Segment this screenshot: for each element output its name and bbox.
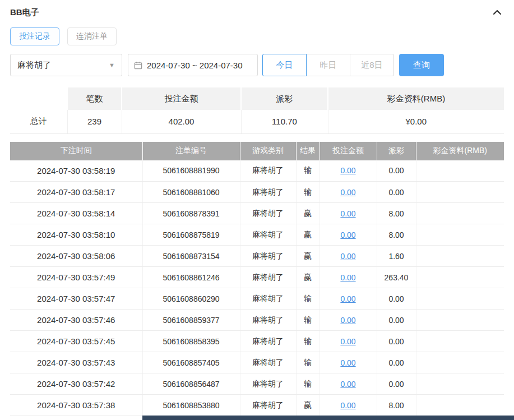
- bet-amount-link[interactable]: 0.00: [340, 380, 355, 389]
- table-row: 2024-07-30 03:57:435061608857405麻将胡了输0.0…: [10, 352, 504, 373]
- bet-amount-link[interactable]: 0.00: [340, 209, 355, 218]
- bonus-cell: [416, 267, 504, 288]
- records-column-header: 派彩: [377, 142, 416, 160]
- bet-time-cell: 2024-07-30 03:57:46: [10, 310, 142, 331]
- records-column-header: 游戏类别: [240, 142, 296, 160]
- game-type-cell: 麻将胡了: [240, 373, 296, 395]
- bet-amount-cell: 0.00: [319, 352, 377, 373]
- order-id-cell: 5061608878391: [142, 203, 240, 224]
- bet-amount-link[interactable]: 0.00: [340, 316, 355, 325]
- payout-cell: 263.40: [377, 267, 416, 288]
- bonus-cell: [416, 203, 504, 224]
- bet-amount-link[interactable]: 0.00: [340, 273, 355, 282]
- summary-header-payout: 派彩: [241, 87, 328, 110]
- table-row: 2024-07-30 03:57:475061608860290麻将胡了输0.0…: [10, 288, 504, 310]
- records-column-header: 注单编号: [142, 142, 240, 160]
- table-row: 2024-07-30 03:57:385061608853880麻将胡了赢0.0…: [10, 395, 504, 416]
- table-row: 2024-07-30 03:58:105061608875819麻将胡了赢0.0…: [10, 224, 504, 246]
- bet-amount-link[interactable]: 0.00: [340, 401, 355, 410]
- game-type-cell: 麻将胡了: [240, 224, 296, 246]
- table-row: 2024-07-30 03:57:495061608861246麻将胡了赢0.0…: [10, 267, 504, 288]
- records-table: 下注时间注单编号游戏类别结果投注金额派彩彩金资料(RMB) 2024-07-30…: [10, 142, 504, 417]
- records-column-header: 结果: [296, 142, 319, 160]
- tab-cancelled-orders[interactable]: 连消注单: [67, 27, 117, 45]
- order-id-cell: 5061608873154: [142, 246, 240, 267]
- result-cell: 输: [296, 182, 319, 203]
- order-id-cell: 5061608881990: [142, 160, 240, 182]
- result-cell: 输: [296, 352, 319, 373]
- payout-cell: 0.00: [377, 310, 416, 331]
- game-type-cell: 麻将胡了: [240, 395, 296, 416]
- bonus-cell: [416, 395, 504, 416]
- bet-amount-link[interactable]: 0.00: [340, 230, 355, 239]
- bet-time-cell: 2024-07-30 03:58:17: [10, 182, 142, 203]
- payout-cell: 0.00: [377, 182, 416, 203]
- bet-amount-cell: 0.00: [319, 182, 377, 203]
- bet-records-panel: BB电子 投注记录 连消注单 麻将胡了 ▼ 2024-07-30 ~ 2: [0, 0, 514, 420]
- payout-cell: 0.00: [377, 288, 416, 310]
- result-cell: 输: [296, 310, 319, 331]
- records-header-row: 下注时间注单编号游戏类别结果投注金额派彩彩金资料(RMB): [10, 142, 504, 160]
- order-id-cell: 5061608858395: [142, 331, 240, 352]
- bet-amount-cell: 0.00: [319, 203, 377, 224]
- bet-amount-link[interactable]: 0.00: [340, 252, 355, 261]
- yesterday-button[interactable]: 昨日: [306, 54, 350, 76]
- bet-amount-link[interactable]: 0.00: [340, 358, 355, 367]
- game-type-cell: 麻将胡了: [240, 310, 296, 331]
- table-row: 2024-07-30 03:57:465061608859377麻将胡了输0.0…: [10, 310, 504, 331]
- bonus-cell: [416, 182, 504, 203]
- bet-amount-cell: 0.00: [319, 373, 377, 395]
- search-button[interactable]: 查询: [399, 54, 444, 76]
- bet-time-cell: 2024-07-30 03:58:06: [10, 246, 142, 267]
- bonus-cell: [416, 288, 504, 310]
- game-type-cell: 麻将胡了: [240, 288, 296, 310]
- game-type-cell: 麻将胡了: [240, 182, 296, 203]
- bet-amount-cell: 0.00: [319, 331, 377, 352]
- bonus-cell: [416, 246, 504, 267]
- filter-bar: 麻将胡了 ▼ 2024-07-30 ~ 2024-07-30 今日 昨日 近8日…: [10, 54, 504, 76]
- chevron-up-icon[interactable]: [490, 6, 504, 19]
- bet-amount-link[interactable]: 0.00: [340, 166, 355, 175]
- chevron-down-icon: ▼: [109, 62, 115, 68]
- payout-cell: 8.00: [377, 224, 416, 246]
- bet-amount-link[interactable]: 0.00: [340, 188, 355, 197]
- bet-amount-link[interactable]: 0.00: [340, 294, 355, 303]
- bet-time-cell: 2024-07-30 03:57:43: [10, 352, 142, 373]
- records-column-header: 下注时间: [10, 142, 142, 160]
- order-id-cell: 5061608861246: [142, 267, 240, 288]
- game-type-cell: 麻将胡了: [240, 246, 296, 267]
- bet-amount-cell: 0.00: [319, 267, 377, 288]
- game-select[interactable]: 麻将胡了 ▼: [10, 54, 122, 76]
- summary-total-bonus: ¥0.00: [328, 110, 504, 133]
- bonus-cell: [416, 373, 504, 395]
- table-row: 2024-07-30 03:58:175061608881060麻将胡了输0.0…: [10, 182, 504, 203]
- summary-header-bonus: 彩金资料(RMB): [328, 87, 504, 110]
- result-cell: 赢: [296, 246, 319, 267]
- result-cell: 输: [296, 331, 319, 352]
- last-8-days-button[interactable]: 近8日: [350, 54, 394, 76]
- tab-bet-records[interactable]: 投注记录: [10, 27, 59, 45]
- order-id-cell: 5061608857405: [142, 352, 240, 373]
- result-cell: 输: [296, 373, 319, 395]
- table-row: 2024-07-30 03:57:455061608858395麻将胡了输0.0…: [10, 331, 504, 352]
- bet-amount-cell: 0.00: [319, 288, 377, 310]
- page-title: BB电子: [10, 7, 39, 18]
- summary-header-count: 笔数: [67, 87, 122, 110]
- game-type-cell: 麻将胡了: [240, 160, 296, 182]
- records-column-header: 投注金额: [319, 142, 377, 160]
- bet-amount-link[interactable]: 0.00: [340, 337, 355, 346]
- result-cell: 输: [296, 160, 319, 182]
- order-id-cell: 5061608853880: [142, 395, 240, 416]
- bonus-cell: [416, 352, 504, 373]
- order-id-cell: 5061608881060: [142, 182, 240, 203]
- summary-total-bet-amount: 402.00: [122, 110, 241, 133]
- summary-total-count: 239: [67, 110, 122, 133]
- bet-time-cell: 2024-07-30 03:58:19: [10, 160, 142, 182]
- date-range-picker[interactable]: 2024-07-30 ~ 2024-07-30: [128, 54, 258, 76]
- game-select-value: 麻将胡了: [17, 60, 51, 71]
- summary-header-bet-amount: 投注金额: [122, 87, 241, 110]
- summary-total-row: 总计 239 402.00 110.70 ¥0.00: [10, 110, 504, 133]
- bet-amount-cell: 0.00: [319, 395, 377, 416]
- today-button[interactable]: 今日: [262, 54, 307, 76]
- game-type-cell: 麻将胡了: [240, 267, 296, 288]
